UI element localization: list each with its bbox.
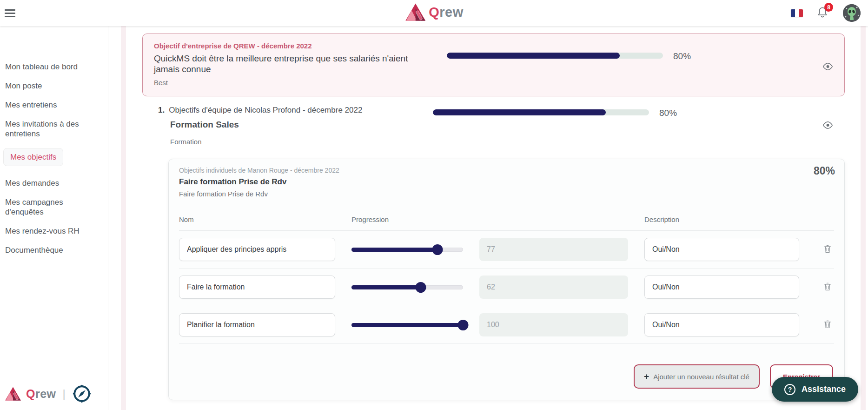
kr-description-input[interactable]	[644, 313, 799, 336]
kr-description-input[interactable]	[644, 276, 799, 299]
qrew-triangle-logo	[5, 386, 21, 401]
notifications-button[interactable]: 8	[817, 6, 829, 20]
slider-thumb[interactable]	[458, 320, 469, 330]
top-header: Qrew 8	[0, 0, 868, 26]
key-results-rows	[179, 231, 834, 344]
trash-icon	[823, 319, 832, 329]
individual-progress-label: 80%	[814, 165, 835, 177]
sidebar-item-tableau-de-bord[interactable]: Mon tableau de bord	[5, 62, 86, 72]
company-view-button[interactable]	[822, 42, 833, 87]
delete-row-button[interactable]	[823, 319, 832, 330]
slider-thumb[interactable]	[432, 244, 443, 255]
company-objective-title: Objectif d'entreprise de QREW - décembre…	[154, 42, 447, 50]
sidebar-nav: Mon tableau de bord Mon poste Mes entret…	[0, 26, 108, 255]
sidebar-item-mes-invitations[interactable]: Mes invitations à des entretiens	[5, 119, 86, 139]
team-progress-label: 80%	[659, 108, 677, 118]
notification-badge: 8	[824, 3, 833, 12]
plus-icon: +	[644, 371, 649, 382]
add-key-result-label: Ajouter un nouveau résultat clé	[653, 373, 749, 381]
footer-separator: |	[63, 387, 66, 400]
compass-icon[interactable]	[72, 384, 92, 403]
team-objective-title: Objectifs d'équipe de Nicolas Profond - …	[169, 106, 362, 115]
individual-objective-heading: Faire formation Prise de Rdv	[179, 177, 834, 187]
key-results-header-row: Nom Progression Description	[179, 205, 834, 231]
sidebar-item-documentheque[interactable]: Documenthèque	[5, 245, 86, 255]
app-root: Qrew 8	[0, 0, 868, 410]
card-actions: + Ajouter un nouveau résultat clé Enregi…	[179, 364, 834, 389]
team-objective-heading: Formation Sales	[170, 120, 433, 130]
company-progress-label: 80%	[673, 51, 691, 61]
logo-wordmark: Qrew	[429, 5, 464, 20]
assistance-button[interactable]: ? Assistance	[772, 377, 858, 402]
team-progress-bar	[433, 109, 649, 115]
menu-icon[interactable]	[5, 6, 20, 20]
sidebar: Mon tableau de bord Mon poste Mes entret…	[0, 26, 108, 410]
company-objective-heading: QuickMS doit être la meilleure entrepris…	[154, 53, 424, 74]
left-scrollbar[interactable]	[121, 26, 126, 410]
kr-progress-slider[interactable]	[351, 282, 463, 293]
eye-icon	[822, 121, 833, 130]
kr-progress-slider[interactable]	[351, 319, 463, 330]
sidebar-item-rendez-vous-rh[interactable]: Mes rendez-vous RH	[5, 226, 86, 236]
column-header-nom: Nom	[179, 215, 335, 223]
french-flag-icon[interactable]	[791, 9, 803, 17]
trash-icon	[823, 244, 832, 254]
slider-thumb[interactable]	[415, 282, 426, 293]
team-view-button[interactable]	[822, 106, 833, 146]
kr-name-input[interactable]	[179, 238, 335, 261]
column-header-description: Description	[644, 215, 799, 223]
header-actions: 8	[791, 0, 861, 26]
add-key-result-button[interactable]: + Ajouter un nouveau résultat clé	[634, 364, 760, 389]
trash-icon	[823, 282, 832, 291]
sidebar-item-mes-demandes[interactable]: Mes demandes	[5, 178, 86, 188]
main-content: Objectif d'entreprise de QREW - décembre…	[109, 26, 868, 410]
individual-objective-subtitle: Faire formation Prise de Rdv	[179, 190, 834, 198]
sidebar-footer-logo: Qrew |	[5, 384, 92, 403]
kr-name-input[interactable]	[179, 313, 335, 336]
column-header-progression: Progression	[351, 215, 463, 223]
delete-row-button[interactable]	[823, 282, 832, 293]
individual-objective-card: 80% Objectifs individuels de Manon Rouge…	[168, 159, 845, 400]
sidebar-item-mon-poste[interactable]: Mon poste	[5, 81, 86, 91]
question-icon: ?	[784, 384, 795, 395]
sidebar-item-mes-objectifs[interactable]: Mes objectifs	[5, 148, 108, 166]
table-row	[179, 231, 834, 269]
company-objective-card: Objectif d'entreprise de QREW - décembre…	[142, 34, 845, 96]
qrew-triangle-logo	[404, 2, 426, 22]
kr-progress-slider[interactable]	[351, 244, 463, 255]
logo-wordmark: Qrew	[26, 387, 56, 401]
kr-name-input[interactable]	[179, 276, 335, 299]
table-row	[179, 306, 834, 344]
company-progress-bar	[447, 53, 663, 59]
individual-objective-title: Objectifs individuels de Manon Rouge - d…	[179, 167, 834, 174]
team-objective-subtitle: Formation	[170, 138, 433, 146]
team-objective-section: 1. Objectifs d'équipe de Nicolas Profond…	[142, 106, 845, 146]
sidebar-item-mes-objectifs-label: Mes objectifs	[3, 148, 63, 166]
assistance-label: Assistance	[802, 384, 846, 394]
kr-progress-value-input	[479, 238, 628, 261]
qrew-logo: Qrew	[404, 2, 464, 22]
kr-progress-value-input	[479, 313, 628, 336]
team-objective-index: 1.	[158, 106, 165, 115]
sidebar-item-mes-entretiens[interactable]: Mes entretiens	[5, 100, 86, 110]
delete-row-button[interactable]	[823, 244, 832, 255]
avatar-image	[843, 4, 861, 22]
table-row	[179, 269, 834, 306]
kr-description-input[interactable]	[644, 238, 799, 261]
right-scrollbar[interactable]	[861, 26, 866, 410]
avatar[interactable]	[843, 4, 861, 22]
eye-icon	[822, 62, 833, 71]
company-objective-subtitle: Best	[154, 79, 447, 87]
sidebar-item-mes-campagnes[interactable]: Mes campagnes d'enquêtes	[5, 197, 86, 217]
kr-progress-value-input	[479, 276, 628, 299]
